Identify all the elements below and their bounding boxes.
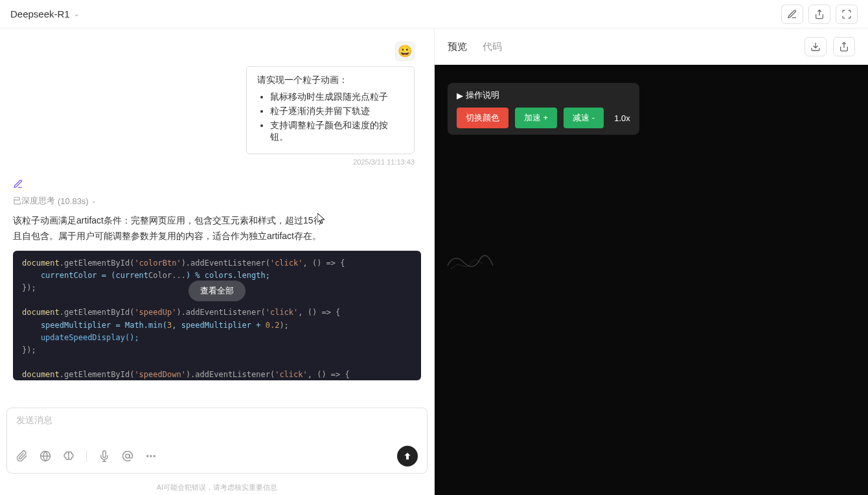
slow-down-button[interactable]: 减速 - [564, 108, 604, 128]
thinking-time: (10.83s) [58, 196, 89, 206]
svg-point-2 [126, 454, 130, 458]
code-block: 查看全部 document.getElementById('colorBtn')… [13, 251, 421, 380]
app-header: Deepseek-R1 ⌄ [0, 0, 868, 29]
user-bubble: 请实现一个粒子动画： 鼠标移动时生成跟随光点粒子 粒子逐渐消失并留下轨迹 支持调… [246, 66, 415, 154]
preview-canvas[interactable]: ▶ 操作说明 切换颜色 加速 + 减速 - 1.0x [435, 65, 868, 495]
share-button[interactable] [808, 5, 830, 24]
thinking-label: 已深度思考 [13, 195, 55, 207]
particle-trail [444, 246, 522, 287]
artifact-header: 预览 代码 [435, 29, 868, 65]
mention-icon[interactable] [122, 450, 133, 462]
globe-icon[interactable] [40, 450, 51, 462]
attachment-icon[interactable] [16, 450, 28, 462]
microphone-icon[interactable] [98, 450, 110, 462]
message-input[interactable]: 发送消息 [16, 415, 418, 426]
speed-display: 1.0x [614, 113, 630, 123]
message-input-area: 发送消息 [6, 408, 428, 474]
list-item: 支持调整粒子颜色和速度的按钮。 [270, 120, 404, 143]
speed-up-button[interactable]: 加速 + [515, 108, 557, 128]
triangle-right-icon: ▶ [457, 91, 463, 100]
share-artifact-button[interactable] [833, 37, 855, 56]
user-avatar: 😀 [395, 41, 415, 61]
download-button[interactable] [805, 37, 827, 56]
tab-code[interactable]: 代码 [483, 38, 502, 56]
artifact-pane: 预览 代码 ▶ 操作说明 切换颜色 加速 + 减速 - 1.0x [434, 29, 868, 495]
artifact-tabs: 预览 代码 [448, 38, 502, 56]
chat-scroll-area[interactable]: 😀 请实现一个粒子动画： 鼠标移动时生成跟随光点粒子 粒子逐渐消失并留下轨迹 支… [0, 29, 434, 401]
switch-color-button[interactable]: 切换颜色 [457, 108, 508, 128]
chevron-down-icon: ⌄ [91, 198, 97, 204]
user-message: 😀 请实现一个粒子动画： 鼠标移动时生成跟随光点粒子 粒子逐渐消失并留下轨迹 支… [6, 41, 428, 166]
list-item: 鼠标移动时生成跟随光点粒子 [270, 91, 404, 103]
assistant-message: 已深度思考 (10.83s)⌄ 该粒子动画满足artifact条件：完整网页应用… [6, 179, 428, 380]
tab-preview[interactable]: 预览 [448, 38, 467, 56]
list-item: 粒子逐渐消失并留下轨迹 [270, 106, 404, 117]
chevron-down-icon: ⌄ [74, 10, 79, 17]
footer-disclaimer: AI可能会犯错误，请考虑核实重要信息 [0, 480, 434, 495]
view-all-button[interactable]: 查看全部 [188, 281, 246, 302]
svg-rect-4 [150, 455, 152, 457]
svg-rect-5 [154, 455, 155, 457]
control-panel: ▶ 操作说明 切换颜色 加速 + 减速 - 1.0x [448, 83, 639, 135]
model-selector[interactable]: Deepseek-R1 ⌄ [10, 8, 79, 19]
edit-button[interactable] [781, 5, 803, 24]
user-msg-title: 请实现一个粒子动画： [257, 75, 404, 86]
chat-pane: 😀 请实现一个粒子动画： 鼠标移动时生成跟随光点粒子 粒子逐渐消失并留下轨迹 支… [0, 29, 434, 495]
assistant-text: 该粒子动画满足artifact条件：完整网页应用，包含交互元素和样式，超过15行… [13, 213, 421, 244]
panel-title[interactable]: ▶ 操作说明 [457, 89, 630, 101]
message-timestamp: 2025/3/11 11:13:43 [353, 158, 415, 166]
more-icon[interactable] [145, 450, 157, 462]
brain-icon[interactable] [63, 450, 74, 462]
send-button[interactable] [397, 446, 418, 466]
header-actions [781, 5, 858, 24]
svg-rect-3 [146, 455, 148, 457]
thinking-header[interactable]: 已深度思考 (10.83s)⌄ [13, 195, 421, 207]
model-name: Deepseek-R1 [10, 8, 70, 19]
divider [86, 450, 87, 462]
input-toolbar [16, 446, 418, 466]
expand-button[interactable] [836, 5, 858, 24]
edit-icon[interactable] [13, 179, 23, 191]
